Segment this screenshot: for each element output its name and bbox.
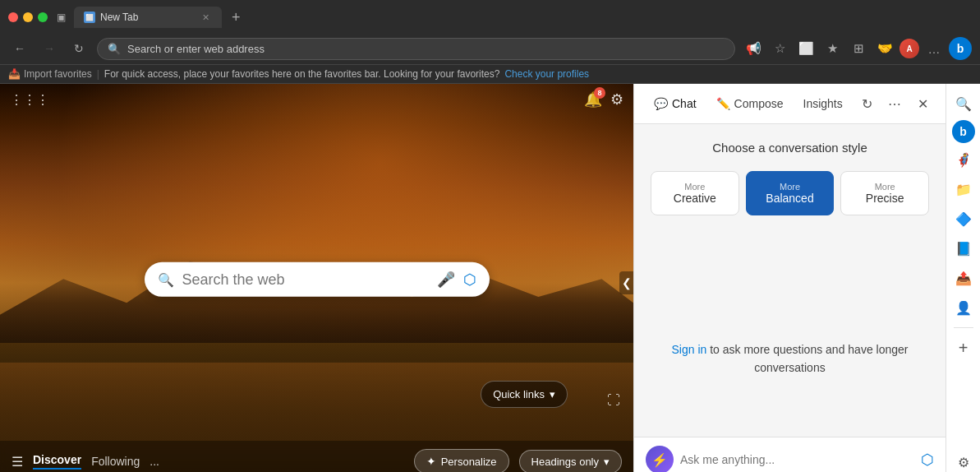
profile-avatar[interactable]: A <box>899 39 919 58</box>
signin-description: to ask more questions and have longer co… <box>706 343 908 374</box>
content-header: ⋮⋮⋮ 🔔 8 ⚙ <box>0 84 633 115</box>
import-label: Import favorites <box>24 68 92 80</box>
search-icon: 🔍 <box>158 271 174 287</box>
following-tab[interactable]: Following <box>91 455 140 468</box>
extension-4-button[interactable]: 📘 <box>950 235 977 261</box>
extension-5-button[interactable]: 📤 <box>950 265 977 291</box>
compose-tab-label: Compose <box>734 97 784 110</box>
search-box: 🔍 🎤 ⬡ <box>145 262 490 297</box>
search-toolbar-button[interactable]: 🔍 <box>950 90 977 117</box>
chat-input-area: ⚡ ⬡ <box>634 437 945 472</box>
signin-text: Sign in to ask more questions and have l… <box>651 340 929 377</box>
collections-icon[interactable]: ★ <box>821 37 844 60</box>
settings-button[interactable]: ⚙ <box>610 90 623 109</box>
settings-toolbar-button[interactable]: ⚙ <box>950 449 977 472</box>
tab-close-button[interactable]: ✕ <box>199 11 212 24</box>
title-bar: ▣ ⬜ New Tab ✕ + <box>0 0 980 33</box>
nav-bar: ← → ↻ 🔍 Search or enter web address 📢 ☆ … <box>0 33 980 65</box>
creative-style-button[interactable]: More Creative <box>651 171 739 215</box>
hamburger-menu[interactable]: ☰ <box>12 454 23 470</box>
chevron-down-icon: ▾ <box>604 456 610 468</box>
favorites-icon[interactable]: ☆ <box>768 37 791 60</box>
refresh-button[interactable]: ↻ <box>67 37 90 60</box>
insights-tab[interactable]: Insights <box>795 92 851 115</box>
headings-label: Headings only <box>531 456 599 468</box>
address-text: Search or enter web address <box>127 43 725 55</box>
signin-link[interactable]: Sign in <box>672 343 707 356</box>
extension-1-button[interactable]: 🦸 <box>950 146 977 173</box>
toolbar-separator <box>954 327 973 328</box>
maximize-window-button[interactable] <box>38 12 48 22</box>
image-scan-icon[interactable]: ⬡ <box>921 451 934 469</box>
refresh-chat-button[interactable]: ↻ <box>855 92 878 115</box>
conversation-style-title: Choose a conversation style <box>712 141 867 155</box>
quick-links-button[interactable]: Quick links ▾ <box>481 381 568 408</box>
bing-panel: 💬 Chat ✏️ Compose Insights ↻ ⋯ ✕ Choose … <box>633 84 945 472</box>
address-bar[interactable]: 🔍 Search or enter web address <box>97 38 735 60</box>
address-search-icon: 🔍 <box>108 43 121 55</box>
extension-3-button[interactable]: 🔷 <box>950 206 977 232</box>
import-favorites-button[interactable]: 📥 Import favorites <box>8 68 92 80</box>
browser-tab[interactable]: ⬜ New Tab ✕ <box>74 7 222 28</box>
more-tabs-button[interactable]: ... <box>150 455 159 468</box>
personalize-button[interactable]: ✦ Personalize <box>414 449 509 472</box>
compose-icon: ✏️ <box>716 97 730 110</box>
search-input[interactable] <box>182 271 429 288</box>
browser-content: ⋮⋮⋮ 🔔 8 ⚙ 🔍 🎤 ⬡ Quick links ▾ ⛶ <box>0 84 633 472</box>
creative-more-label: More <box>684 182 705 192</box>
read-aloud-icon[interactable]: 📢 <box>742 37 765 60</box>
new-tab-button[interactable]: + <box>227 7 246 28</box>
close-panel-button[interactable]: ✕ <box>911 92 934 115</box>
chevron-down-icon: ▾ <box>550 388 555 400</box>
precise-style-button[interactable]: More Precise <box>840 171 929 215</box>
minimize-window-button[interactable] <box>23 12 33 22</box>
quick-links-label: Quick links <box>493 388 545 400</box>
panel-actions: ↻ ⋯ ✕ <box>855 92 934 115</box>
favorites-message: For quick access, place your favorites h… <box>104 68 500 80</box>
balanced-style-button[interactable]: More Balanced <box>746 171 835 215</box>
favorites-bar: 📥 Import favorites | For quick access, p… <box>0 65 980 84</box>
expand-icon[interactable]: ⛶ <box>607 393 620 408</box>
check-profiles-link[interactable]: Check your profiles <box>504 68 589 80</box>
notifications-button[interactable]: 🔔 8 <box>584 90 602 109</box>
workspaces-icon[interactable]: ⊞ <box>847 37 870 60</box>
microphone-icon[interactable]: 🎤 <box>437 271 455 289</box>
copilot-icon[interactable]: 🤝 <box>873 37 896 60</box>
chat-input[interactable] <box>680 448 914 471</box>
chat-tab-label: Chat <box>672 97 697 110</box>
sidebar-icon[interactable]: ▣ <box>54 11 67 24</box>
precise-label: Precise <box>866 192 904 205</box>
close-window-button[interactable] <box>8 12 18 22</box>
nav-icons: 📢 ☆ ⬜ ★ ⊞ 🤝 A … b <box>742 37 972 60</box>
bing-toolbar-button[interactable]: b <box>952 120 975 143</box>
headings-only-button[interactable]: Headings only ▾ <box>519 450 622 473</box>
balanced-label: Balanced <box>766 192 813 205</box>
bing-button[interactable]: b <box>949 37 972 60</box>
compose-tab[interactable]: ✏️ Compose <box>708 92 792 115</box>
discover-tab[interactable]: Discover <box>33 453 81 470</box>
extension-2-button[interactable]: 📁 <box>950 176 977 202</box>
import-icon: 📥 <box>8 68 21 80</box>
split-view-icon[interactable]: ⬜ <box>794 37 817 60</box>
forward-button[interactable]: → <box>38 37 61 60</box>
add-extension-button[interactable]: + <box>950 335 977 361</box>
conversation-style-area: Choose a conversation style More Creativ… <box>634 124 945 280</box>
main-area: ⋮⋮⋮ 🔔 8 ⚙ 🔍 🎤 ⬡ Quick links ▾ ⛶ <box>0 84 980 472</box>
precise-more-label: More <box>875 182 895 192</box>
extension-6-button[interactable]: 👤 <box>950 294 977 321</box>
right-toolbar: 🔍 b 🦸 📁 🔷 📘 📤 👤 + ⚙ <box>945 84 980 472</box>
bing-avatar: ⚡ <box>646 446 674 472</box>
traffic-lights <box>8 12 48 22</box>
more-options-button[interactable]: … <box>922 37 945 60</box>
back-button[interactable]: ← <box>8 37 31 60</box>
bottom-bar: ☰ Discover Following ... ✦ Personalize H… <box>0 441 633 472</box>
panel-header: 💬 Chat ✏️ Compose Insights ↻ ⋯ ✕ <box>634 84 945 124</box>
more-options-button[interactable]: ⋯ <box>883 92 906 115</box>
chat-tab[interactable]: 💬 Chat <box>646 92 705 115</box>
collapse-panel-arrow[interactable]: ❮ <box>619 271 633 294</box>
header-right: 🔔 8 ⚙ <box>584 90 623 109</box>
style-buttons: More Creative More Balanced More Precise <box>651 171 929 215</box>
grid-icon[interactable]: ⋮⋮⋮ <box>10 92 49 108</box>
sparkle-icon: ✦ <box>426 455 436 468</box>
camera-search-icon[interactable]: ⬡ <box>463 271 476 289</box>
